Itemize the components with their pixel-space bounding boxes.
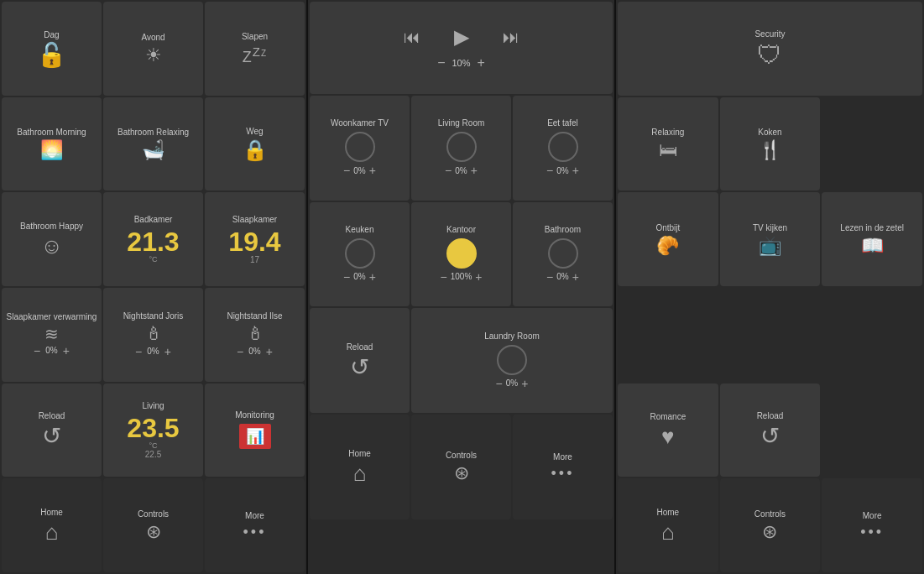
keuken-minus[interactable]: − [343, 270, 350, 284]
living-sub: 22.5 [145, 450, 161, 459]
bathroom-morning-cell[interactable]: Bathroom Morning 🌅 [2, 97, 102, 191]
woonkamer-tv-cell[interactable]: Woonkamer TV − 0% + [310, 96, 410, 201]
middle-panel: ⏮ ▶ ⏭ − 10% + Woonkamer TV − 0% + Living… [308, 0, 616, 574]
wtv-plus[interactable]: + [369, 164, 376, 177]
home-middle-cell[interactable]: Home ⌂ [310, 415, 410, 519]
vol-minus[interactable]: − [437, 55, 445, 70]
security-cell[interactable]: Security 🛡 [618, 2, 922, 96]
keuken-cell[interactable]: Keuken − 0% + [310, 202, 410, 307]
slaapkamer-verwarming-cell[interactable]: Slaapkamer verwarming ≋ − 0% + [2, 288, 102, 382]
home-right-cell[interactable]: Home ⌂ [618, 478, 718, 572]
verwarming-minus[interactable]: − [34, 344, 40, 357]
ilse-plus[interactable]: + [266, 345, 273, 358]
joris-minus[interactable]: − [135, 345, 142, 358]
avond-cell[interactable]: Avond ☀ [103, 2, 203, 96]
lezen-cell[interactable]: Lezen in de zetel 📖 [822, 192, 922, 286]
lr-minus[interactable]: − [445, 164, 452, 177]
dag-label: Dag [44, 30, 59, 40]
bath-minus[interactable]: − [546, 270, 553, 284]
controls-middle-cell[interactable]: Controls ⊛ [411, 415, 511, 519]
lr-plus[interactable]: + [471, 164, 478, 177]
more-middle-cell[interactable]: More ••• [513, 415, 613, 519]
prev-button[interactable]: ⏮ [404, 28, 420, 47]
bathroom-middle-circle [548, 238, 578, 269]
bathroom-relaxing-cell[interactable]: Bathroom Relaxing 🛁 [103, 97, 203, 191]
weg-label: Weg [246, 127, 263, 137]
reload-left-label: Reload [39, 411, 65, 421]
verwarming-plus[interactable]: + [63, 344, 70, 357]
ilse-minus[interactable]: − [237, 345, 243, 358]
laundry-pct: 0% [506, 378, 518, 388]
heater-icon: ≋ [44, 326, 59, 342]
vol-percent: 10% [452, 58, 470, 68]
eet-tafel-controls: − 0% + [546, 164, 579, 177]
bathroom-middle-cell[interactable]: Bathroom − 0% + [513, 202, 613, 307]
relaxing-cell[interactable]: Relaxing 🛏 [618, 97, 718, 191]
et-plus[interactable]: + [572, 164, 579, 177]
woonkamer-tv-label: Woonkamer TV [331, 118, 389, 128]
play-button[interactable]: ▶ [454, 25, 469, 49]
kantoor-plus[interactable]: + [475, 270, 482, 284]
keuken-controls: − 0% + [343, 270, 376, 284]
avond-label: Avond [141, 33, 164, 43]
living-room-label: Living Room [438, 118, 485, 128]
sunrise-icon: 🌅 [40, 141, 63, 159]
weg-cell[interactable]: Weg 🔒 [205, 97, 305, 191]
badkamer-cell[interactable]: Badkamer 21.3 °C [103, 192, 203, 286]
more-right-cell[interactable]: More ••• [822, 478, 922, 572]
controls-left-cell[interactable]: Controls ⊛ [103, 478, 203, 572]
reload-left-icon: ↺ [42, 425, 61, 448]
right-panel: Security 🛡 Relaxing 🛏 Koken 🍴 Ontbijt 🥐 … [616, 0, 924, 574]
kantoor-controls: − 100% + [441, 270, 483, 284]
koken-cell[interactable]: Koken 🍴 [720, 97, 821, 191]
reload-middle-cell[interactable]: Reload ↺ [310, 308, 410, 413]
slaapkamer-cell[interactable]: Slaapkamer 19.4 17 [205, 192, 305, 286]
nightstand-joris-cell[interactable]: Nightstand Joris 🕯 − 0% + [103, 288, 203, 382]
laundry-minus[interactable]: − [496, 377, 503, 390]
controls-right-cell[interactable]: Controls ⊛ [720, 478, 821, 572]
bath-plus[interactable]: + [572, 270, 579, 284]
et-minus[interactable]: − [546, 164, 553, 177]
laundry-plus[interactable]: + [521, 377, 528, 390]
slapen-label: Slapen [242, 32, 268, 42]
slaapkamer-sub: 17 [250, 255, 259, 264]
next-button[interactable]: ⏭ [503, 28, 519, 47]
reload-right-cell[interactable]: Reload ↺ [720, 384, 821, 477]
reload-middle-label: Reload [347, 342, 373, 352]
tv-kijken-cell[interactable]: TV kijken 📺 [720, 192, 821, 286]
laundry-controls: − 0% + [496, 377, 529, 390]
controls-middle-icon: ⊛ [454, 464, 469, 483]
kantoor-cell[interactable]: Kantoor − 100% + [411, 202, 511, 307]
living-room-cell[interactable]: Living Room − 0% + [411, 96, 511, 201]
controls-right-icon: ⊛ [762, 523, 777, 541]
dag-cell[interactable]: Dag 🔓 [2, 2, 102, 96]
bathroom-happy-label: Bathroom Happy [20, 222, 83, 232]
reload-left-cell[interactable]: Reload ↺ [2, 384, 102, 477]
laundry-room-label: Laundry Room [484, 331, 540, 342]
bathroom-middle-controls: − 0% + [546, 270, 579, 284]
joris-plus[interactable]: + [164, 345, 171, 358]
kantoor-minus[interactable]: − [441, 270, 447, 284]
nightstand-ilse-cell[interactable]: Nightstand Ilse 🕯 − 0% + [205, 288, 305, 382]
reload-middle-icon: ↺ [350, 356, 369, 379]
empty-cell-5 [822, 384, 922, 477]
home-left-cell[interactable]: Home ⌂ [2, 478, 102, 572]
kantoor-label: Kantoor [446, 225, 476, 235]
slapen-cell[interactable]: Slapen ZZZ [205, 2, 305, 96]
media-buttons: ⏮ ▶ ⏭ [404, 25, 519, 49]
ontbijt-cell[interactable]: Ontbijt 🥐 [618, 192, 718, 286]
woonkamer-tv-circle [345, 132, 375, 162]
laundry-room-cell[interactable]: Laundry Room − 0% + [411, 308, 613, 413]
wtv-minus[interactable]: − [343, 164, 350, 177]
reload-right-icon: ↺ [760, 425, 780, 448]
vol-plus[interactable]: + [478, 55, 485, 70]
romance-cell[interactable]: Romance ♥ [618, 384, 718, 477]
bathroom-happy-cell[interactable]: Bathroom Happy ☺ [2, 192, 102, 286]
eet-tafel-cell[interactable]: Eet tafel − 0% + [513, 96, 613, 201]
keuken-plus[interactable]: + [369, 270, 376, 284]
living-cell[interactable]: Living 23.5 °C 22.5 [103, 384, 203, 477]
monitoring-cell[interactable]: Monitoring 📊 [205, 384, 305, 477]
bed-icon: 🛏 [659, 141, 677, 159]
more-left-cell[interactable]: More ••• [205, 478, 305, 572]
more-left-icon: ••• [243, 524, 267, 540]
